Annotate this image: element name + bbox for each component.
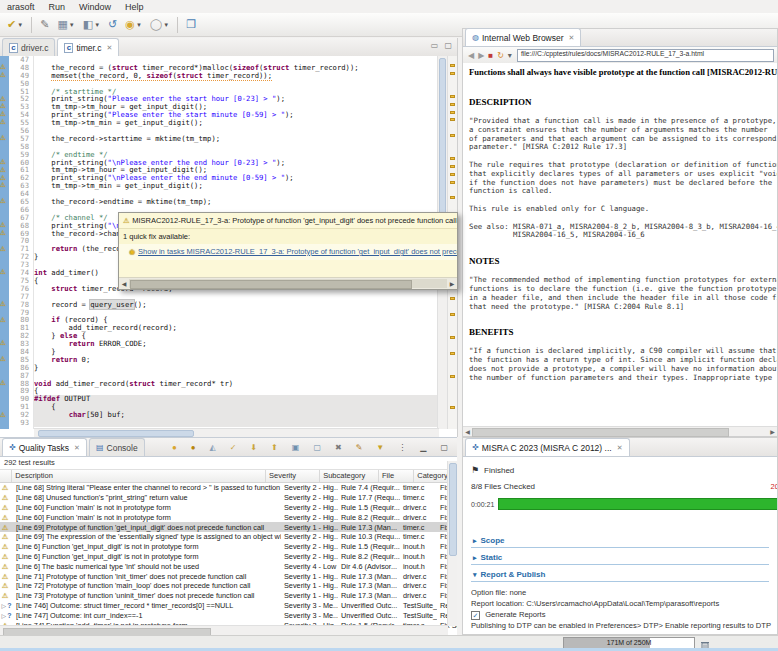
- column-header-severity[interactable]: Severity: [266, 470, 320, 482]
- warning-marker-icon[interactable]: ⚠: [0, 72, 6, 79]
- overview-warning-mark[interactable]: [450, 406, 455, 409]
- menu-item-window[interactable]: Window: [72, 2, 118, 12]
- tab-internal-web-browser[interactable]: ◍ Internal Web Browser ✕: [465, 28, 581, 46]
- code-line[interactable]: add_timer_record(record);: [34, 324, 437, 332]
- warning-marker-icon[interactable]: ⚠: [0, 159, 6, 166]
- overview-warning-mark[interactable]: [450, 297, 455, 300]
- scroll-left-icon[interactable]: ◀: [119, 280, 129, 287]
- menu-item-run[interactable]: Run: [42, 2, 73, 12]
- warning-marker-icon[interactable]: ⚠: [0, 119, 6, 126]
- warning-marker-icon[interactable]: ⚠: [0, 412, 6, 419]
- warning-marker-icon[interactable]: ⚠: [0, 198, 6, 205]
- code-line[interactable]: return ERROR_CODE;: [34, 340, 437, 348]
- overview-warning-mark[interactable]: [450, 165, 455, 168]
- task-row[interactable]: ⚠[Line 68] String literal "Please enter …: [0, 483, 457, 493]
- task-row[interactable]: ▷?[Line 746] Outcome: struct timer_recor…: [0, 601, 457, 611]
- task-row[interactable]: ⚠[Line 60] Function 'main' is not in pro…: [0, 512, 457, 522]
- back-icon[interactable]: ◀: [468, 51, 474, 60]
- code-line[interactable]: record = query_user();: [34, 301, 437, 309]
- section-report-publish[interactable]: ▾ Report & Publish: [471, 568, 769, 582]
- scroll-left-icon[interactable]: ◀: [463, 428, 472, 435]
- task-row[interactable]: ⚠[Line 6] Function 'get_input_digit' is …: [0, 542, 457, 552]
- code-line[interactable]: the_record->starttime = mktime(tm_tmp);: [34, 135, 437, 143]
- overview-warning-mark[interactable]: [450, 134, 455, 137]
- url-field[interactable]: file:///C:/cpptest/rules/docs/MISRAC2012…: [517, 49, 774, 62]
- warning-marker-icon[interactable]: ⚠: [0, 64, 6, 71]
- task-row[interactable]: ⚠[Line 68] Unused function's "print_stri…: [0, 493, 457, 503]
- overview-warning-mark[interactable]: [450, 118, 455, 121]
- code-line[interactable]: }: [34, 348, 437, 356]
- annotation-ruler[interactable]: ⚠⚠⚠⚠⚠⚠⚠⚠⚠⚠⚠⚠⚠⚠⚠⚠⚠⚠⚠⚠⚠⚠: [0, 56, 9, 429]
- code-line[interactable]: tm_tmp->tm_min = get_input_digit();: [34, 182, 437, 190]
- export-icon[interactable]: ⬆: [266, 440, 283, 454]
- view-menu-icon[interactable]: ⋮: [393, 440, 411, 454]
- section-static[interactable]: ▸ Static: [471, 551, 769, 565]
- clear-icon[interactable]: ✖: [330, 440, 347, 454]
- warning-marker-icon[interactable]: ⚠: [0, 135, 6, 142]
- overview-warning-mark[interactable]: [450, 64, 455, 67]
- warning-marker-icon[interactable]: ⚠: [0, 182, 6, 189]
- column-header-subcategory[interactable]: Subcategory: [320, 470, 379, 482]
- task-row[interactable]: ▷?[Line 747] Outcome: int curr_index==-1…: [0, 610, 457, 620]
- overview-warning-mark[interactable]: [450, 196, 455, 199]
- editor-horizontal-scrollbar[interactable]: [34, 428, 439, 437]
- task-row[interactable]: ⚠[Line 71] Prototype of function 'init_t…: [0, 571, 457, 581]
- fix-all-icon[interactable]: ●: [186, 440, 201, 454]
- task-row[interactable]: ⚠[Line 60] Function 'main' is not in pro…: [0, 503, 457, 513]
- table-header[interactable]: DescriptionSeveritySubcategoryFileCatego…: [0, 469, 457, 483]
- quickfix-icon[interactable]: ✓: [225, 440, 242, 454]
- code-line[interactable]: void add_timer_record(struct timer_recor…: [34, 380, 437, 388]
- overview-warning-mark[interactable]: [450, 173, 455, 176]
- close-icon[interactable]: ✕: [106, 44, 112, 52]
- task-row[interactable]: ⚠[Line 72] Prototype of function 'main_l…: [0, 581, 457, 591]
- overview-warning-mark[interactable]: [450, 313, 455, 316]
- refresh-icon[interactable]: ↻: [497, 51, 504, 60]
- task-row[interactable]: ⚠[Line 6] The basic numerical type 'int'…: [0, 561, 457, 571]
- expander-icon[interactable]: ▷: [2, 613, 7, 619]
- warning-marker-icon[interactable]: ⚠: [0, 301, 6, 308]
- code-line[interactable]: [34, 419, 437, 427]
- menu-item-help[interactable]: Help: [118, 2, 151, 12]
- edit-icon[interactable]: ✎: [351, 440, 368, 454]
- scroll-right-icon[interactable]: ▶: [447, 280, 457, 287]
- section-scope[interactable]: ▸ Scope: [471, 534, 769, 548]
- minimize-icon[interactable]: ▁: [415, 440, 431, 454]
- overview-warning-mark[interactable]: [450, 336, 455, 339]
- scroll-right-icon[interactable]: ▶: [768, 428, 777, 435]
- warning-marker-icon[interactable]: ⚠: [0, 356, 6, 363]
- warning-marker-icon[interactable]: ⚠: [0, 111, 6, 118]
- code-line[interactable]: return 0;: [34, 356, 437, 364]
- tooltip-scrollbar[interactable]: ◀ ▶: [119, 277, 457, 289]
- suppress-task-icon[interactable]: ◭: [205, 440, 221, 454]
- code-line[interactable]: the_record->endtime = mktime(tm_tmp);: [34, 198, 437, 206]
- warning-marker-icon[interactable]: ⚠: [0, 230, 6, 237]
- analyze-icon[interactable]: ▦▼: [54, 15, 77, 35]
- task-row[interactable]: ⚠[Line 6] Function 'get_input_digit' is …: [0, 552, 457, 562]
- unlink-icon[interactable]: ▢: [308, 440, 326, 454]
- warning-marker-icon[interactable]: ⚠: [0, 222, 6, 229]
- test-config-icon[interactable]: ✔▼: [4, 15, 26, 35]
- overview-warning-mark[interactable]: [450, 352, 455, 355]
- overview-warning-mark[interactable]: [450, 72, 455, 75]
- tab-quality-tasks[interactable]: ✜ Quality Tasks ✕: [2, 438, 87, 456]
- run-icon[interactable]: ◉▼: [122, 15, 145, 35]
- browser-content[interactable]: Functions shall always have visible prot…: [463, 63, 777, 427]
- warning-marker-icon[interactable]: ⚠: [0, 269, 6, 276]
- tab-console[interactable]: ▤ Console: [89, 438, 145, 456]
- close-icon[interactable]: ✕: [617, 444, 623, 452]
- code-line[interactable]: {: [34, 387, 437, 395]
- overview-warning-mark[interactable]: [450, 103, 455, 106]
- close-icon[interactable]: ✕: [74, 444, 80, 452]
- overview-warning-mark[interactable]: [450, 95, 455, 98]
- tab-driver-c[interactable]: c driver.c: [2, 38, 55, 56]
- link-editor-icon[interactable]: ▣: [287, 440, 305, 454]
- task-row[interactable]: ⚠[Line 73] Prototype of function 'uninit…: [0, 591, 457, 601]
- tasks-vertical-scrollbar[interactable]: [447, 461, 457, 626]
- code-line[interactable]: memset(the_record, 0, sizeof(struct time…: [34, 72, 437, 80]
- column-header-description[interactable]: Description: [12, 470, 266, 482]
- overview-warning-mark[interactable]: [450, 375, 455, 378]
- warning-marker-icon[interactable]: ⚠: [0, 167, 6, 174]
- stop-icon[interactable]: ◯▼: [147, 15, 172, 35]
- fix-icon[interactable]: ◧▼: [80, 15, 103, 35]
- warning-marker-icon[interactable]: ⚠: [0, 380, 6, 387]
